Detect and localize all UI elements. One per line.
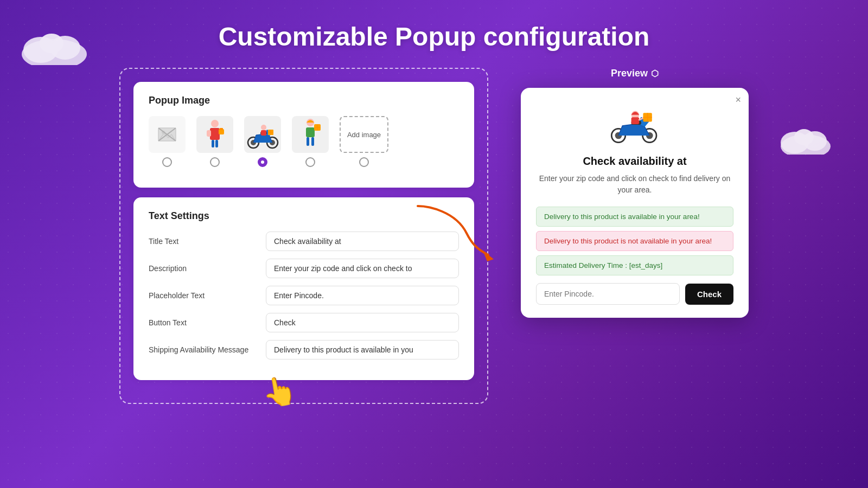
text-settings-card: Text Settings Title Text Description Pla… bbox=[133, 197, 474, 380]
input-description[interactable] bbox=[266, 259, 459, 278]
label-shipping-msg: Shipping Availability Message bbox=[149, 345, 257, 354]
form-row-title: Title Text bbox=[149, 232, 459, 251]
left-config-panel: Popup Image bbox=[119, 68, 488, 404]
pincode-input-row: Check bbox=[536, 283, 733, 305]
image-thumb-1 bbox=[149, 116, 186, 153]
label-button-text: Button Text bbox=[149, 318, 257, 327]
right-preview-panel: Preview ⬡ × bbox=[521, 68, 749, 318]
form-row-description: Description bbox=[149, 259, 459, 278]
radio-5[interactable] bbox=[359, 157, 369, 167]
form-row-shipping-msg: Shipping Availability Message bbox=[149, 340, 459, 359]
popup-delivery-image bbox=[608, 103, 662, 146]
external-link-icon[interactable]: ⬡ bbox=[651, 68, 659, 79]
svg-point-12 bbox=[211, 120, 219, 127]
svg-rect-30 bbox=[306, 127, 315, 137]
preview-label: Preview ⬡ bbox=[611, 68, 659, 79]
radio-3[interactable] bbox=[258, 157, 267, 167]
add-image-option[interactable]: Add image bbox=[340, 116, 388, 167]
preview-text: Preview bbox=[611, 68, 648, 79]
input-button-text[interactable] bbox=[266, 313, 459, 332]
svg-rect-34 bbox=[307, 137, 309, 146]
status-available-badge: Delivery to this product is available in… bbox=[536, 207, 733, 227]
form-row-placeholder: Placeholder Text bbox=[149, 286, 459, 305]
popup-image-heading: Popup Image bbox=[149, 95, 459, 106]
svg-rect-35 bbox=[311, 137, 314, 146]
status-unavailable-badge: Delivery to this product is not availabl… bbox=[536, 231, 733, 251]
image-thumb-2 bbox=[196, 116, 233, 153]
label-description: Description bbox=[149, 264, 257, 273]
popup-image-area bbox=[536, 103, 733, 146]
popup-close-button[interactable]: × bbox=[735, 94, 741, 106]
svg-rect-13 bbox=[210, 128, 220, 140]
cloud-decoration-left bbox=[16, 27, 92, 67]
svg-rect-42 bbox=[631, 117, 640, 124]
svg-rect-18 bbox=[215, 140, 218, 147]
radio-1[interactable] bbox=[162, 157, 172, 167]
status-estimated-badge: Estimated Delivery Time : [est_days] bbox=[536, 255, 733, 275]
popup-image-card: Popup Image bbox=[133, 82, 474, 188]
main-container: Popup Image bbox=[0, 68, 868, 404]
image-option-1[interactable] bbox=[149, 116, 186, 167]
svg-rect-17 bbox=[212, 140, 214, 147]
form-row-button: Button Text bbox=[149, 313, 459, 332]
label-placeholder-text: Placeholder Text bbox=[149, 291, 257, 300]
label-title-text: Title Text bbox=[149, 237, 257, 246]
svg-point-24 bbox=[261, 125, 266, 130]
radio-2[interactable] bbox=[210, 157, 220, 167]
text-settings-heading: Text Settings bbox=[149, 210, 459, 222]
svg-rect-14 bbox=[207, 130, 211, 137]
popup-description: Enter your zip code and click on check t… bbox=[536, 173, 733, 196]
svg-point-3 bbox=[40, 34, 63, 53]
preview-popup-card: × bbox=[521, 88, 749, 318]
page-title: Customizable Popup configuration bbox=[0, 0, 868, 52]
image-thumb-4 bbox=[292, 116, 329, 153]
svg-rect-16 bbox=[220, 128, 223, 130]
check-button[interactable]: Check bbox=[685, 284, 733, 305]
input-placeholder-text[interactable] bbox=[266, 286, 459, 305]
radio-4[interactable] bbox=[305, 157, 315, 167]
input-shipping-msg[interactable] bbox=[266, 340, 459, 359]
input-title-text[interactable] bbox=[266, 232, 459, 251]
pincode-input[interactable] bbox=[536, 283, 680, 305]
add-image-button[interactable]: Add image bbox=[340, 116, 388, 153]
svg-rect-25 bbox=[261, 130, 266, 136]
popup-title: Check availability at bbox=[536, 155, 733, 168]
image-option-4[interactable] bbox=[292, 116, 329, 167]
image-option-2[interactable] bbox=[196, 116, 233, 167]
image-options-row: Add image bbox=[149, 116, 459, 167]
image-thumb-3 bbox=[244, 116, 281, 153]
image-option-3[interactable] bbox=[244, 116, 281, 167]
